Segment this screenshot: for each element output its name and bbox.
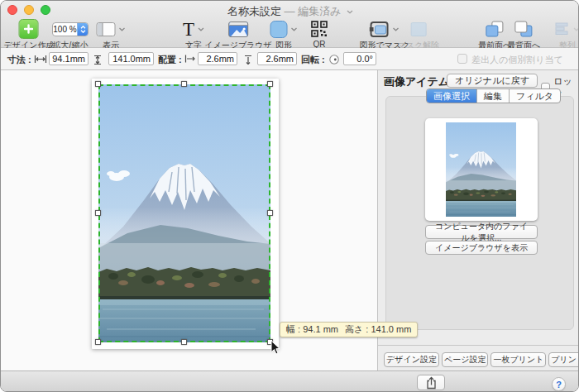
toolbar-item-qr[interactable]: QR	[311, 19, 328, 49]
stepper-arrows-icon[interactable]	[77, 23, 88, 36]
resize-handle-n[interactable]	[181, 81, 187, 87]
sender-assign-label: 差出人の個別割り当て	[471, 54, 563, 66]
plus-icon	[19, 19, 39, 39]
window-title: 名称未設定 — 編集済み	[1, 4, 579, 19]
width-field[interactable]	[49, 52, 89, 65]
placed-image[interactable]	[98, 84, 270, 342]
dimension-bar: 寸法 : 配置 :	[1, 48, 579, 70]
y-position-icon	[244, 55, 252, 65]
inspector-divider	[378, 345, 579, 346]
toolbar-item-design-create[interactable]: デザイン作成	[4, 19, 55, 51]
app-window: 名称未設定 — 編集済み デザイン作成 100 % 拡大/縮小	[0, 0, 579, 392]
document-status: — 編集済み	[285, 5, 342, 17]
resize-handle-s[interactable]	[181, 339, 187, 345]
tab-edit[interactable]: 編集	[476, 89, 509, 103]
resize-handle-nw[interactable]	[95, 81, 101, 87]
toolbar-item-image-browser[interactable]: イメージブラウザ	[204, 19, 272, 51]
zoom-value: 100 %	[53, 23, 77, 36]
choose-file-button[interactable]: コンピュータ内のファイルを選択...	[425, 225, 538, 239]
reset-original-button[interactable]: オリジナルに戻す	[447, 74, 538, 88]
main-area: 幅 : 94.1 mm 高さ : 141.0 mm 画像アイテム オリジナルに戻…	[1, 70, 579, 370]
shape-icon	[270, 21, 288, 38]
sender-assign-checkbox	[457, 54, 467, 64]
toolbar-item-zoom[interactable]: 100 % 拡大/縮小	[52, 19, 89, 51]
image-browser-icon	[228, 22, 248, 37]
x-position-icon	[184, 55, 196, 63]
qr-code-icon	[311, 21, 328, 37]
inspector-title: 画像アイテム	[384, 74, 449, 89]
unmask-icon	[410, 22, 426, 36]
resize-handle-ne[interactable]	[267, 81, 273, 87]
zoom-stepper[interactable]: 100 %	[52, 22, 89, 36]
image-thumbnail	[446, 122, 516, 217]
tab-page-settings[interactable]: ページ設定	[442, 352, 488, 367]
image-thumbnail-card[interactable]	[425, 118, 538, 221]
resize-handle-e[interactable]	[267, 210, 273, 216]
send-to-back-icon	[514, 21, 534, 37]
toolbar-item-unmask: マスク解除	[398, 19, 440, 51]
tab-print[interactable]: プリント	[548, 352, 579, 367]
chevron-down-icon	[119, 27, 126, 31]
toolbar-item-view[interactable]: 表示	[97, 19, 126, 51]
rotate-label: 回転 :	[301, 54, 325, 66]
size-label: 寸法 :	[7, 54, 31, 66]
x-position-field[interactable]	[198, 52, 237, 65]
resize-handle-w[interactable]	[95, 210, 101, 216]
bring-to-front-icon	[485, 21, 505, 37]
text-tool-icon: T	[183, 20, 194, 39]
width-icon	[34, 55, 47, 64]
share-icon	[426, 376, 437, 390]
tab-filter[interactable]: フィルタ	[509, 89, 560, 103]
toolbar: 名称未設定 — 編集済み デザイン作成 100 % 拡大/縮小	[1, 1, 579, 48]
chevron-down-icon	[291, 27, 298, 31]
mask-shape-icon	[370, 21, 390, 38]
align-icon	[555, 22, 570, 36]
toolbar-item-text[interactable]: T 文字	[183, 19, 204, 51]
question-mark-icon: ?	[556, 380, 562, 390]
rotate-dial-icon[interactable]	[328, 54, 340, 65]
show-image-browser-button[interactable]: イメージブラウザを表示	[425, 241, 538, 255]
tab-single-print[interactable]: 一枚プリント	[490, 352, 546, 367]
tooltip-width: 幅 : 94.1 mm	[286, 323, 338, 336]
bottom-bar: ?	[1, 370, 579, 392]
settings-tabs: デザイン設定 ページ設定 一枚プリント プリント	[384, 352, 575, 367]
mouse-cursor-icon	[270, 340, 280, 356]
height-field[interactable]	[108, 52, 154, 65]
position-label: 配置 :	[158, 54, 182, 66]
view-layout-icon	[97, 22, 116, 36]
toolbar-item-align: 整列	[555, 19, 579, 51]
help-button[interactable]: ?	[552, 377, 566, 391]
title-chevron-icon	[347, 10, 353, 14]
document-title: 名称未設定	[227, 5, 281, 17]
resize-handle-sw[interactable]	[95, 339, 101, 345]
tab-design-settings[interactable]: デザイン設定	[384, 352, 439, 367]
toolbar-item-send-to-back[interactable]: 最背面へ	[507, 19, 540, 51]
toolbar-item-shape[interactable]: 図形	[270, 19, 298, 51]
tab-image-select[interactable]: 画像選択	[427, 89, 476, 103]
chevron-down-icon	[573, 27, 579, 31]
y-position-field[interactable]	[257, 52, 297, 65]
tooltip-height: 高さ : 141.0 mm	[345, 323, 411, 336]
height-icon	[93, 55, 102, 65]
size-tooltip: 幅 : 94.1 mm 高さ : 141.0 mm	[280, 322, 418, 337]
image-tabs: 画像選択 編集 フィルタ	[426, 88, 561, 103]
chevron-down-icon	[198, 27, 204, 31]
share-button[interactable]	[417, 375, 445, 390]
angle-field[interactable]	[343, 52, 376, 65]
